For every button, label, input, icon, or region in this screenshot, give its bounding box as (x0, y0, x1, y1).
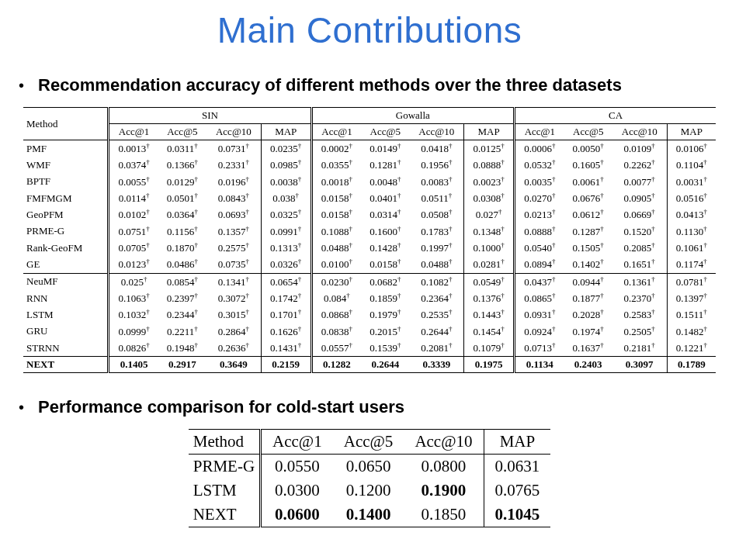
col-header: Method (189, 430, 261, 455)
col-header: Acc@10 (404, 430, 484, 455)
row-method: NeuMF (23, 273, 109, 290)
col-header-metric: MAP (464, 124, 515, 140)
table-cell: 0.025† (109, 273, 158, 290)
table-cell: 0.2403 (564, 357, 612, 373)
bullet-dot-icon: • (19, 396, 24, 418)
table-cell: 0.0125† (464, 140, 515, 157)
bullet-2: • Performance comparison for cold-start … (19, 396, 731, 418)
table-cell: 0.0511† (409, 190, 463, 206)
table-cell: 0.084† (311, 290, 361, 306)
table-cell: 0.0631 (484, 455, 550, 479)
table-cell: 0.3339 (409, 357, 463, 373)
table-cell: 0.0158† (361, 256, 409, 273)
table-cell: 0.0006† (515, 140, 564, 157)
col-header-metric: Acc@1 (515, 124, 564, 140)
bullet-1-text: Recommendation accuracy of different met… (38, 74, 622, 96)
table-cell: 0.0270† (515, 190, 564, 206)
accuracy-table: MethodSINGowallaCAAcc@1Acc@5Acc@10MAPAcc… (23, 107, 716, 373)
table-cell: 0.1174† (667, 256, 716, 273)
table-cell: 0.0999† (109, 323, 158, 340)
table-cell: 0.0600 (261, 503, 333, 527)
table-cell: 0.1079† (464, 340, 515, 357)
table-cell: 0.2181† (612, 340, 667, 357)
table-cell: 0.0713† (515, 340, 564, 357)
table-cell: 0.1000† (464, 240, 515, 256)
table-cell: 0.1200 (333, 479, 404, 503)
bullet-2-text: Performance comparison for cold-start us… (38, 396, 404, 418)
table-cell: 0.2211† (158, 323, 206, 340)
row-method: PRME-G (23, 223, 109, 240)
row-method: NEXT (23, 357, 109, 373)
table-cell: 0.0612† (564, 206, 612, 223)
table-cell: 0.0002† (311, 140, 361, 157)
table-cell: 0.2636† (206, 340, 261, 357)
table-cell: 0.0230† (311, 273, 361, 290)
table-cell: 0.0149† (361, 140, 409, 157)
col-header-metric: Acc@1 (311, 124, 361, 140)
table-cell: 0.0549† (464, 273, 515, 290)
table-cell: 0.0158† (311, 190, 361, 206)
col-header-metric: Acc@1 (109, 124, 158, 140)
table-cell: 0.0413† (667, 206, 716, 223)
col-header-metric: Acc@10 (409, 124, 463, 140)
table-cell: 0.1357† (206, 223, 261, 240)
table-cell: 0.2583† (612, 306, 667, 323)
col-header-metric: Acc@10 (206, 124, 261, 140)
table-cell: 0.1511† (667, 306, 716, 323)
table-cell: 0.0326† (261, 256, 311, 273)
table-cell: 0.1130† (667, 223, 716, 240)
table-cell: 0.0018† (311, 174, 361, 190)
table-cell: 0.2370† (612, 290, 667, 306)
table-cell: 0.0682† (361, 273, 409, 290)
table-cell: 0.1282 (311, 357, 361, 373)
table-cell: 0.0364† (158, 206, 206, 223)
table-cell: 0.1402† (564, 256, 612, 273)
row-method: Rank-GeoFM (23, 240, 109, 256)
table-cell: 0.0109† (612, 140, 667, 157)
table-cell: 0.0991† (261, 223, 311, 240)
table-cell: 0.1870† (158, 240, 206, 256)
table-cell: 0.0031† (667, 174, 716, 190)
table-cell: 0.0311† (158, 140, 206, 157)
coldstart-table: MethodAcc@1Acc@5Acc@10MAPPRME-G0.05500.0… (189, 429, 551, 527)
table-cell: 0.2864† (206, 323, 261, 340)
table-cell: 0.1366† (158, 157, 206, 173)
col-header-metric: Acc@5 (158, 124, 206, 140)
table-cell: 0.1701† (261, 306, 311, 323)
table-cell: 0.027† (464, 206, 515, 223)
table-cell: 0.0050† (564, 140, 612, 157)
table-cell: 0.2028† (564, 306, 612, 323)
table-cell: 0.0114† (109, 190, 158, 206)
table-cell: 0.0693† (206, 206, 261, 223)
table-cell: 0.1979† (361, 306, 409, 323)
col-header-dataset-ca: CA (515, 108, 716, 124)
table-cell: 0.0235† (261, 140, 311, 157)
col-header-metric: Acc@5 (564, 124, 612, 140)
row-method: GeoPFM (23, 206, 109, 223)
row-method: PMF (23, 140, 109, 157)
table-cell: 0.0888† (464, 157, 515, 173)
row-method: NEXT (189, 503, 261, 527)
table-cell: 0.0944† (564, 273, 612, 290)
table-cell: 0.1975 (464, 357, 515, 373)
table-cell: 0.1443† (464, 306, 515, 323)
table-cell: 0.0985† (261, 157, 311, 173)
table-cell: 0.3015† (206, 306, 261, 323)
table-cell: 0.2331† (206, 157, 261, 173)
table-cell: 0.0300 (261, 479, 333, 503)
table-cell: 0.2344† (158, 306, 206, 323)
table-cell: 0.1997† (409, 240, 463, 256)
table-cell: 0.0308† (464, 190, 515, 206)
table-cell: 0.1789 (667, 357, 716, 373)
row-method: WMF (23, 157, 109, 173)
table-cell: 0.0731† (206, 140, 261, 157)
table-cell: 0.0196† (206, 174, 261, 190)
table-cell: 0.2397† (158, 290, 206, 306)
table-cell: 0.0654† (261, 273, 311, 290)
table-cell: 0.1520† (612, 223, 667, 240)
table-cell: 0.0669† (612, 206, 667, 223)
bullet-dot-icon: • (19, 74, 24, 96)
coldstart-table-wrap: MethodAcc@1Acc@5Acc@10MAPPRME-G0.05500.0… (8, 429, 731, 527)
slide: Main Contributions • Recommendation accu… (0, 0, 739, 560)
table-cell: 0.1877† (564, 290, 612, 306)
